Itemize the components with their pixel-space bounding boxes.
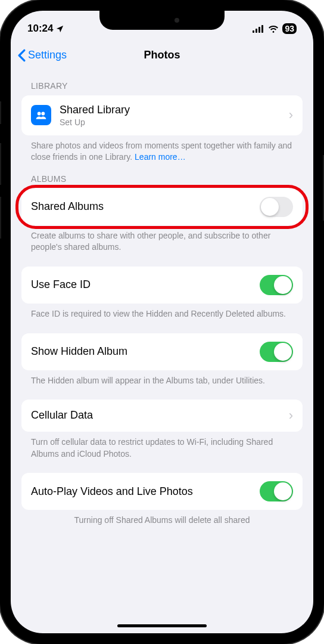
hidden-footer: The Hidden album will appear in the Albu… [11,370,313,387]
nav-bar: Settings Photos [11,41,313,70]
shared-library-sub: Set Up [60,117,289,127]
notch [99,11,225,30]
face-id-footer: Face ID is required to view the Hidden a… [11,304,313,320]
side-button [0,101,1,124]
autoplay-cell[interactable]: Auto-Play Videos and Live Photos [21,473,303,510]
page-title: Photos [144,49,180,61]
location-icon [55,24,64,33]
cellular-data-title: Cellular Data [31,409,289,422]
svg-rect-1 [256,29,257,33]
hidden-album-title: Show Hidden Album [31,345,260,358]
shared-albums-title: Shared Albums [31,200,260,213]
hidden-album-toggle[interactable] [260,342,293,362]
shared-library-title: Shared Library [60,104,289,117]
chevron-right-icon: › [289,408,293,423]
hidden-album-cell[interactable]: Show Hidden Album [21,333,303,370]
wifi-icon [268,25,279,33]
side-button [0,143,1,185]
back-button[interactable]: Settings [18,49,67,62]
phone-frame: 10:24 93 Settings Photos LIBRARY [0,0,324,644]
status-time: 10:24 [27,23,53,35]
content-scroll[interactable]: LIBRARY Shared Library Set Up › Share ph… [11,70,313,633]
people-icon [31,105,51,125]
shared-albums-toggle[interactable] [260,197,293,217]
svg-rect-2 [258,27,260,33]
battery-indicator: 93 [282,23,297,34]
section-header-albums: ALBUMS [11,163,313,188]
chevron-right-icon: › [289,107,293,123]
svg-point-4 [38,112,41,116]
autoplay-footer: Turning off Shared Albums will delete al… [11,510,313,527]
albums-footer: Create albums to share with other people… [11,225,313,253]
back-label: Settings [28,49,67,61]
face-id-toggle[interactable] [260,275,293,295]
face-id-title: Use Face ID [31,278,260,292]
cellular-icon [253,25,264,33]
autoplay-title: Auto-Play Videos and Live Photos [31,485,260,499]
svg-rect-3 [261,25,263,33]
face-id-cell[interactable]: Use Face ID [21,267,303,304]
shared-library-cell[interactable]: Shared Library Set Up › [21,95,303,135]
side-button [0,197,1,239]
cellular-footer: Turn off cellular data to restrict updat… [11,432,313,460]
shared-albums-cell[interactable]: Shared Albums [21,188,303,225]
svg-point-5 [41,112,45,116]
home-indicator[interactable] [117,624,207,627]
autoplay-toggle[interactable] [260,481,293,501]
screen: 10:24 93 Settings Photos LIBRARY [11,11,313,633]
svg-rect-0 [253,30,254,33]
cellular-data-cell[interactable]: Cellular Data › [21,400,303,432]
section-header-library: LIBRARY [11,70,313,95]
learn-more-link[interactable]: Learn more… [135,152,186,162]
library-footer: Share photos and videos from moments spe… [11,135,313,163]
chevron-left-icon [18,49,26,62]
